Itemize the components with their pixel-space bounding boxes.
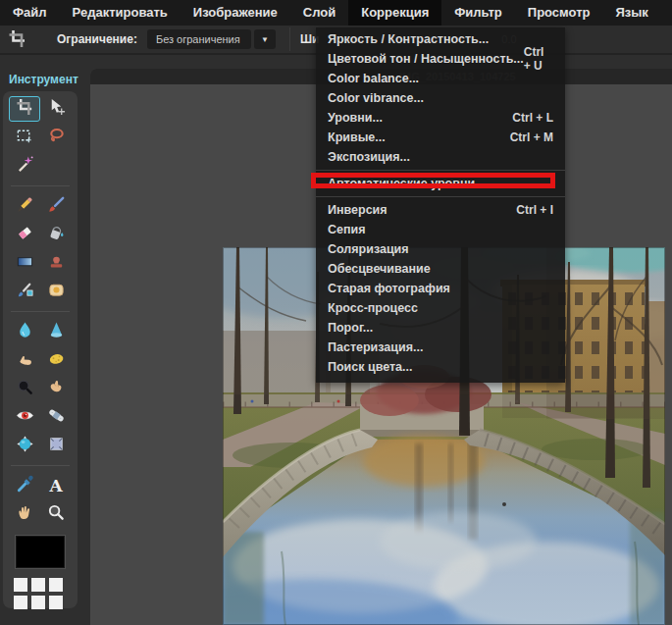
lasso-icon xyxy=(47,127,66,149)
tool-colorpicker[interactable] xyxy=(9,473,40,498)
sponge-icon xyxy=(47,349,66,372)
options-divider xyxy=(289,27,290,51)
tool-dodge[interactable] xyxy=(9,376,40,401)
swatch[interactable] xyxy=(49,578,63,592)
menu-item-sepia[interactable]: Сепия xyxy=(316,220,565,239)
tool-zoom[interactable] xyxy=(40,501,72,527)
tools-separator xyxy=(11,311,70,312)
tool-blur[interactable] xyxy=(9,319,40,344)
menu-item-exposure[interactable]: Экспозиция... xyxy=(316,147,565,167)
shortcut: Ctrl + L xyxy=(512,111,553,125)
swatch[interactable] xyxy=(31,596,45,609)
tool-clone-stamp[interactable] xyxy=(40,250,72,276)
constraint-select[interactable]: Без ограничения xyxy=(147,29,251,49)
marquee-icon xyxy=(16,127,34,149)
adjustment-dropdown-menu: Яркость / Контрастность... Цветовой тон … xyxy=(316,27,565,383)
shortcut: Ctrl + U xyxy=(524,45,553,73)
tool-burn[interactable] xyxy=(40,376,72,401)
constraint-select-arrow[interactable]: ▼ xyxy=(254,29,276,49)
bloat-icon xyxy=(16,435,34,457)
pinch-icon xyxy=(47,435,66,457)
tool-draw[interactable] xyxy=(40,279,72,304)
crop-icon xyxy=(8,29,27,49)
bandage-icon xyxy=(47,406,66,429)
menu-separator xyxy=(316,170,565,171)
tool-wand[interactable] xyxy=(9,153,40,179)
tool-lasso[interactable] xyxy=(40,125,72,150)
menu-layer[interactable]: Слой xyxy=(290,0,348,26)
draw-icon xyxy=(47,281,66,303)
tool-eraser[interactable] xyxy=(9,222,40,247)
tool-spot-heal[interactable] xyxy=(40,404,72,430)
tool-smudge[interactable] xyxy=(9,347,40,373)
red-eye-icon xyxy=(16,406,34,429)
type-tool-icon: A xyxy=(49,478,62,495)
menu-image[interactable]: Изображение xyxy=(181,0,290,26)
pencil-icon xyxy=(16,195,34,218)
menu-file[interactable]: Файл xyxy=(0,0,60,26)
menu-item-solarize[interactable]: Соляризация xyxy=(316,239,565,259)
tool-pencil[interactable] xyxy=(9,193,40,219)
tools-panel-title: Инструмент xyxy=(9,73,78,86)
tool-empty xyxy=(40,153,72,179)
menu-item-levels[interactable]: Уровни...Ctrl + L xyxy=(316,108,565,128)
smudge-finger-icon xyxy=(16,349,34,372)
menu-adjustment[interactable]: Коррекция xyxy=(348,0,441,26)
menu-edit[interactable]: Редактировать xyxy=(60,0,181,26)
tool-hand[interactable] xyxy=(9,501,40,527)
brush-icon xyxy=(47,195,66,218)
menu-help[interactable]: Справка xyxy=(661,0,672,26)
swatch[interactable] xyxy=(31,578,45,592)
sharpen-cone-icon xyxy=(47,321,66,343)
shortcut: Ctrl + M xyxy=(510,130,553,144)
tool-brush[interactable] xyxy=(40,193,72,219)
swatch[interactable] xyxy=(14,578,27,592)
tool-gradient[interactable] xyxy=(9,250,40,276)
menu-filter[interactable]: Фильтр xyxy=(441,0,515,26)
hand-icon xyxy=(16,503,34,526)
eyedropper-icon xyxy=(16,475,34,497)
menu-item-desaturate[interactable]: Обесцвечивание xyxy=(316,259,565,279)
constraint-label: Ограничение: xyxy=(57,32,137,46)
chevron-down-icon: ▼ xyxy=(261,35,269,44)
color-swatches xyxy=(14,578,67,609)
burn-hand-icon xyxy=(47,378,66,400)
tool-sponge[interactable] xyxy=(40,347,72,373)
annotation-rectangle xyxy=(311,173,555,188)
tool-color-replace[interactable] xyxy=(9,279,40,304)
tools-separator xyxy=(11,465,70,466)
menu-item-old-photo[interactable]: Старая фотография xyxy=(316,279,565,298)
tools-separator xyxy=(11,185,70,186)
menu-language[interactable]: Язык xyxy=(602,0,660,26)
menu-item-color-vibrance[interactable]: Color vibrance... xyxy=(316,88,565,108)
main-color-swatch[interactable] xyxy=(16,536,65,568)
shortcut: Ctrl + I xyxy=(516,203,553,217)
tool-bloat[interactable] xyxy=(9,433,40,458)
menu-bar: Файл Редактировать Изображение Слой Корр… xyxy=(0,0,672,26)
clone-stamp-icon xyxy=(47,252,66,275)
tool-pinch[interactable] xyxy=(40,433,72,458)
menu-item-hue-saturation[interactable]: Цветовой тон / Насыщенность...Ctrl + U xyxy=(316,49,565,69)
tool-type[interactable]: A xyxy=(40,473,72,498)
swatch[interactable] xyxy=(49,596,63,609)
menu-item-posterize[interactable]: Пастеризация... xyxy=(316,338,565,357)
paint-bucket-icon xyxy=(47,224,66,246)
tool-move[interactable] xyxy=(40,96,72,122)
blur-drop-icon xyxy=(16,321,34,343)
tool-sharpen[interactable] xyxy=(40,319,72,344)
menu-item-cross-process[interactable]: Кросс-процесс xyxy=(316,298,565,318)
menu-item-color-lookup[interactable]: Поиск цвета... xyxy=(316,357,565,377)
menu-item-curves[interactable]: Кривые...Ctrl + M xyxy=(316,128,565,147)
tool-red-eye[interactable] xyxy=(9,404,40,430)
photo-editor-app: IMG_20150413_104725 xyxy=(0,0,672,625)
move-icon xyxy=(47,98,66,121)
magic-wand-icon xyxy=(16,155,34,178)
tool-crop[interactable] xyxy=(9,96,40,122)
tool-marquee[interactable] xyxy=(9,125,40,150)
gradient-icon xyxy=(16,252,34,275)
swatch[interactable] xyxy=(14,596,27,609)
menu-view[interactable]: Просмотр xyxy=(515,0,603,26)
menu-item-invert[interactable]: ИнверсияCtrl + I xyxy=(316,200,565,220)
menu-item-threshold[interactable]: Порог... xyxy=(316,318,565,338)
tool-fill[interactable] xyxy=(40,222,72,247)
